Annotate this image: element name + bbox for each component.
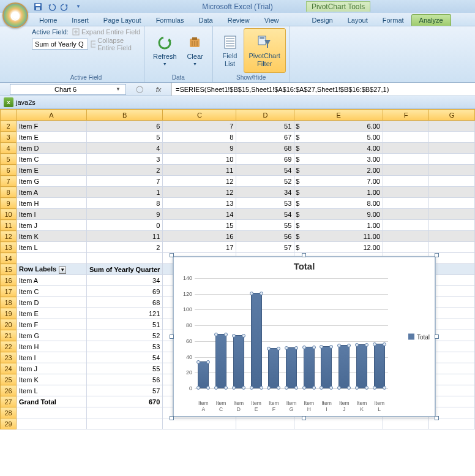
- app-title: Microsoft Excel (Trial): [202, 2, 273, 11]
- table-row[interactable]: 7Item G71252$7.00: [1, 176, 475, 187]
- context-tools-title: PivotChart Tools: [306, 1, 370, 12]
- bar[interactable]: [321, 346, 332, 388]
- group-active-field: Active Field: Expand Entire Field Collap…: [28, 26, 144, 82]
- bar[interactable]: [198, 361, 209, 388]
- bar[interactable]: [374, 344, 385, 388]
- table-row[interactable]: 6Item E21154$2.00: [1, 165, 475, 176]
- workbook-name: java2s: [16, 99, 36, 106]
- workbook-titlebar: X java2s: [0, 96, 475, 109]
- office-button[interactable]: ◴: [2, 2, 28, 28]
- chart-title[interactable]: Total: [174, 257, 435, 273]
- field-list-button[interactable]: Field List: [217, 28, 244, 73]
- clear-button[interactable]: Clear▼: [182, 28, 209, 73]
- svg-rect-7: [225, 36, 236, 48]
- tab-home[interactable]: Home: [32, 15, 64, 26]
- tab-design[interactable]: Design: [304, 15, 340, 26]
- formula-input[interactable]: [171, 83, 475, 96]
- tab-data[interactable]: Data: [191, 15, 220, 26]
- pivot-chart[interactable]: Total 020406080100120140 ItemAItemCItemD…: [173, 256, 436, 417]
- table-row[interactable]: 2Item F6751$6.00: [1, 121, 475, 132]
- chart-legend[interactable]: Total: [408, 333, 430, 340]
- tab-page-layout[interactable]: Page Layout: [96, 15, 149, 26]
- table-row[interactable]: 11Item J01555$1.00: [1, 220, 475, 231]
- y-axis[interactable]: 020406080100120140: [178, 278, 193, 388]
- tab-view[interactable]: View: [257, 15, 286, 26]
- rowlabels-dropdown[interactable]: ▼: [59, 266, 66, 274]
- formula-bar: Chart 6▼ ◯ fx: [0, 83, 475, 96]
- bar[interactable]: [356, 344, 367, 388]
- tab-insert[interactable]: Insert: [64, 15, 96, 26]
- title-bar: ◴ ▼ Microsoft Excel (Trial) PivotChart T…: [0, 0, 475, 13]
- tab-format[interactable]: Format: [375, 15, 411, 26]
- bar[interactable]: [286, 347, 297, 388]
- table-row[interactable]: 9Item H81353$8.00: [1, 198, 475, 209]
- ribbon-tabs: HomeInsertPage LayoutFormulasDataReviewV…: [0, 13, 475, 26]
- quick-access-toolbar: ▼: [32, 1, 84, 12]
- table-row[interactable]: 12Item K111656$11.00: [1, 231, 475, 242]
- chevron-down-icon[interactable]: ▼: [116, 86, 121, 92]
- bar[interactable]: [215, 334, 226, 388]
- expand-field-button: Expand Entire Field: [72, 28, 140, 36]
- x-axis[interactable]: ItemAItemCItemDItemEItemFItemGItemHItemI…: [195, 401, 388, 412]
- tab-review[interactable]: Review: [220, 15, 257, 26]
- excel-doc-icon: X: [4, 97, 13, 107]
- table-row[interactable]: 5Item C31069$3.00: [1, 154, 475, 165]
- table-row[interactable]: 13Item L21757$12.00: [1, 242, 475, 253]
- active-field-label: Active Field:: [32, 28, 69, 36]
- field-list-icon: [222, 34, 239, 51]
- funnel-icon: [256, 34, 273, 51]
- bar[interactable]: [304, 347, 315, 388]
- fx-icon[interactable]: fx: [153, 84, 164, 95]
- bar[interactable]: [268, 348, 279, 388]
- plot-area[interactable]: [195, 278, 388, 388]
- worksheet[interactable]: ABCDEFG2Item F6751$6.003Item E5867$5.004…: [0, 109, 475, 429]
- qat-more-icon[interactable]: ▼: [72, 1, 84, 12]
- bar[interactable]: [251, 293, 262, 388]
- table-row[interactable]: 4Item D4968$4.00: [1, 143, 475, 154]
- tab-analyze[interactable]: Analyze: [411, 14, 451, 26]
- name-box[interactable]: Chart 6▼: [10, 84, 126, 95]
- table-row[interactable]: 8Item A11234$1.00: [1, 187, 475, 198]
- group-show-hide: Field List PivotChart Filter Show/Hide: [213, 26, 290, 82]
- tab-layout[interactable]: Layout: [340, 15, 375, 26]
- clear-icon: [187, 34, 204, 51]
- table-row[interactable]: 3Item E5867$5.00: [1, 132, 475, 143]
- ribbon: Active Field: Expand Entire Field Collap…: [0, 26, 475, 83]
- refresh-icon: [156, 34, 173, 51]
- svg-rect-2: [36, 7, 40, 10]
- group-data: Refresh▼ Clear▼ Data: [144, 26, 213, 82]
- active-field-input[interactable]: [32, 39, 88, 50]
- save-icon[interactable]: [32, 1, 44, 12]
- table-row[interactable]: 10Item I91454$9.00: [1, 209, 475, 220]
- circle-icon[interactable]: ◯: [133, 85, 146, 93]
- svg-point-5: [159, 37, 170, 48]
- undo-icon[interactable]: [45, 1, 58, 12]
- legend-swatch: [408, 334, 414, 340]
- collapse-field-button: Collapse Entire Field: [91, 37, 140, 51]
- pivotchart-filter-button[interactable]: PivotChart Filter: [244, 28, 286, 73]
- refresh-button[interactable]: Refresh▼: [148, 28, 182, 73]
- bar[interactable]: [338, 345, 350, 388]
- svg-rect-1: [36, 4, 40, 6]
- svg-rect-9: [260, 37, 264, 39]
- bar[interactable]: [233, 335, 244, 388]
- redo-icon[interactable]: [59, 1, 71, 12]
- tab-formulas[interactable]: Formulas: [149, 15, 192, 26]
